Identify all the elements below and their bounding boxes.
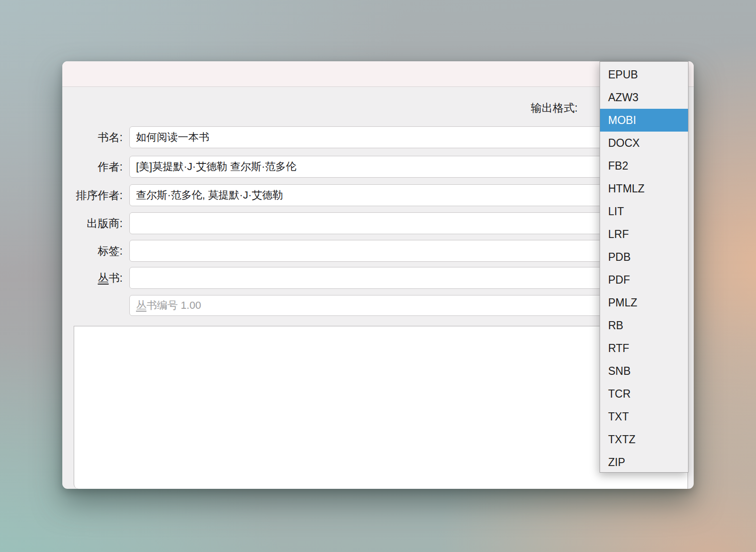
format-option-epub[interactable]: EPUB — [600, 63, 688, 86]
form-row-publisher: 出版商: — [62, 212, 694, 234]
tags-input[interactable] — [129, 240, 675, 262]
comments-editor[interactable] — [74, 326, 688, 489]
form-row-author-sort: 排序作者: — [62, 184, 694, 206]
format-option-lit[interactable]: LIT — [600, 200, 688, 223]
format-option-fb2[interactable]: FB2 — [600, 154, 688, 177]
desktop-background: 输出格式: 书名:作者:排序作者:出版商:标签:丛书: 丛书编号 1.00 EP… — [0, 0, 756, 552]
series-input[interactable] — [129, 267, 675, 289]
authors-input[interactable] — [129, 156, 675, 178]
publisher-label: 出版商: — [62, 216, 123, 231]
series-label-accel: 丛 — [98, 272, 109, 284]
author-sort-input[interactable] — [129, 184, 675, 206]
format-option-pmlz[interactable]: PMLZ — [600, 291, 688, 314]
format-option-docx[interactable]: DOCX — [600, 132, 688, 154]
form-row-authors: 作者: — [62, 156, 694, 178]
form-row-tags: 标签: — [62, 240, 694, 262]
format-option-txtz[interactable]: TXTZ — [600, 428, 688, 451]
series-label: 丛书: — [62, 271, 123, 286]
format-option-mobi[interactable]: MOBI — [600, 109, 688, 132]
publisher-input[interactable] — [129, 212, 675, 234]
title-input[interactable] — [129, 126, 675, 148]
format-option-tcr[interactable]: TCR — [600, 382, 688, 405]
form-row-series: 丛书: — [62, 267, 694, 289]
tags-label: 标签: — [62, 244, 123, 258]
title-label: 书名: — [62, 130, 123, 145]
format-option-htmlz[interactable]: HTMLZ — [600, 177, 688, 200]
series-index-input[interactable]: 丛书编号 1.00 — [129, 295, 675, 316]
form-row-title: 书名: — [62, 126, 694, 148]
format-option-txt[interactable]: TXT — [600, 405, 688, 428]
format-option-lrf[interactable]: LRF — [600, 223, 688, 246]
format-option-pdf[interactable]: PDF — [600, 268, 688, 291]
authors-label: 作者: — [62, 160, 123, 174]
author-sort-label: 排序作者: — [62, 188, 123, 203]
format-option-snb[interactable]: SNB — [600, 360, 688, 382]
format-option-rtf[interactable]: RTF — [600, 337, 688, 360]
format-option-pdb[interactable]: PDB — [600, 246, 688, 268]
output-format-dropdown: EPUBAZW3MOBIDOCXFB2HTMLZLITLRFPDBPDFPMLZ… — [600, 61, 688, 473]
series-index-placeholder: 丛书编号 1.00 — [136, 298, 201, 313]
format-option-azw3[interactable]: AZW3 — [600, 86, 688, 109]
window-titlebar[interactable] — [62, 61, 694, 87]
metadata-dialog-window: 输出格式: 书名:作者:排序作者:出版商:标签:丛书: 丛书编号 1.00 — [62, 61, 694, 489]
format-option-rb[interactable]: RB — [600, 314, 688, 337]
dialog-content: 输出格式: 书名:作者:排序作者:出版商:标签:丛书: 丛书编号 1.00 — [62, 87, 694, 489]
format-option-zip[interactable]: ZIP — [600, 451, 688, 473]
output-format-label: 输出格式: — [531, 101, 578, 115]
series-label-rest: 书: — [109, 272, 123, 284]
